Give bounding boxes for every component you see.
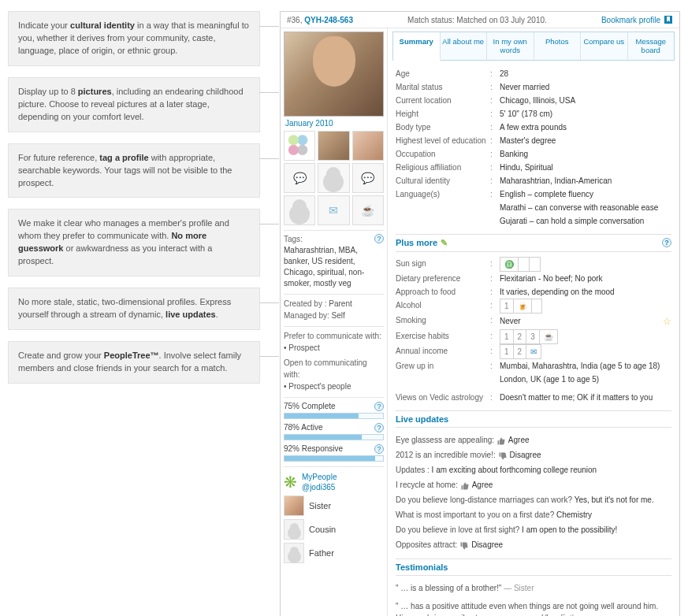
sunsign-label: Sun sign [396,257,490,272]
tab-all-about-me[interactable]: All about me [441,32,488,60]
thumb-2[interactable] [318,131,349,161]
testimonials-section: " … is a blessing of a brother!" — Siste… [396,582,671,616]
thumbs-up-icon [460,481,470,491]
main-photo[interactable] [284,32,384,117]
lu-question: What is most important to you on a first… [396,510,554,519]
summary-key: Current location [396,94,490,107]
summary-key: Body type [396,121,490,134]
relative-row[interactable]: Father [284,543,384,563]
profile-number: #36, [287,16,302,24]
alcohol-chips[interactable]: 1🍺 [500,299,542,314]
tags-label: Tags: [284,235,303,243]
help-icon[interactable]: ? [374,423,384,432]
lu-question: I recycle at home: [396,481,458,489]
avatar [284,543,304,563]
relative-label: Sister [309,501,331,510]
summary-value: Never married [500,80,671,94]
help-icon[interactable]: ? [374,234,384,243]
summary-section: Age:28Marital status:Never marriedCurren… [396,67,671,201]
exercise-chips[interactable]: 123☕ [500,329,558,344]
lu-answer: Agree [508,436,530,444]
summary-value: 28 [500,67,671,80]
help-icon[interactable]: ? [662,238,671,247]
thumb-1[interactable] [284,131,315,161]
tab-compare-us[interactable]: Compare us [581,32,628,60]
lu-question: Do you believe long-distance marriages c… [396,495,572,504]
income-label: Annual income [396,344,490,359]
summary-value: Chicago, Illinois, USA [500,94,671,107]
summary-value: English – complete fluency [500,187,671,201]
approach-value: It varies, depending on the mood [500,285,671,299]
live-update-row: Opposites attract: Disagree [396,537,671,552]
testimonial-text: " … is a blessing of a brother!" [396,584,501,592]
languages-extra: Marathi – can converse with reasonable e… [396,201,671,228]
meter-label: 92% Responsive [284,444,343,454]
thumb-4[interactable]: 💬 [284,163,315,193]
coffee-icon: ☕ [540,330,557,343]
managed-by-label: Managed by: [284,311,329,320]
callout: For future reference, tag a profile with… [8,143,260,199]
lu-question: Updates : [396,466,430,474]
tab-message-board[interactable]: Message board [628,32,675,60]
thumbs-down-icon [498,451,508,461]
mypeople-title: MyPeople [302,472,337,482]
lu-answer: I am open to the possibility! [522,525,617,534]
pencil-icon[interactable]: ✎ [441,238,448,247]
created-by-label: Created by : [284,299,326,308]
tree-icon: ❋ [284,473,297,492]
profile-code[interactable]: QYH-248-563 [304,16,353,24]
lu-answer: Agree [472,481,493,489]
meter: 75% Complete? [284,402,384,419]
chat-icon: 💬 [361,172,374,184]
sunsign-chips[interactable]: ♎ [500,257,541,272]
mypeople-block[interactable]: ❋ MyPeople @jodi365 [284,472,384,492]
mail-icon: ✉ [329,204,338,217]
thumb-3[interactable] [352,131,384,161]
tab-in-my-own-words[interactable]: In my own words [487,32,534,60]
thumb-5[interactable] [318,163,349,193]
summary-key: Language(s) [396,187,490,201]
lu-answer: Yes, but it's not for me. [575,495,654,504]
tab-summary[interactable]: Summary [393,32,441,61]
help-icon[interactable]: ? [374,402,384,411]
smoking-label: Smoking [396,314,490,329]
thumb-7[interactable] [284,195,315,225]
language-extra: Marathi – can converse with reasonable e… [500,201,671,214]
relative-row[interactable]: Cousin [284,519,384,540]
chat-icon: 💬 [293,172,307,184]
drink-icon: 🍺 [514,299,532,313]
diet-label: Dietary preference [396,272,490,285]
income-chips[interactable]: 12✉ [500,344,541,359]
relative-label: Cousin [309,525,336,534]
thumb-6[interactable]: 💬 [352,163,384,193]
thumb-8[interactable]: ✉ [318,195,349,225]
lu-answer: Chemistry [556,510,592,519]
summary-key: Cultural identity [396,174,490,187]
live-update-row: Do you believe long-distance marriages c… [396,492,671,507]
avatar [284,495,304,516]
bookmark-link[interactable]: Bookmark profile [601,15,673,24]
callout: No more stale, static, two-dimensional p… [8,288,260,330]
profile-topbar: #36, QYH-248-563 Match status: Matched o… [281,12,679,28]
created-by-value: Parent [329,299,351,308]
profile-tabs: SummaryAll about meIn my own wordsPhotos… [392,32,675,61]
lu-question: Eye glassess are appealing: [396,436,494,444]
thumb-9[interactable]: ☕ [352,195,384,225]
profile-sidebar: January 2010 💬 💬 ✉ ☕ Tags: ? [281,28,388,616]
star-icon[interactable]: ☆ [663,314,671,329]
testimonial-author: — Sister [504,584,534,592]
bookmark-icon [664,15,673,24]
live-update-row: Updates : I am exciting about forthcomin… [396,462,671,477]
match-status: Match status: Matched on 03 July 2010. [407,16,547,24]
live-update-row: 2012 is an incredible movie!: Disagree [396,447,671,462]
photo-caption: January 2010 [285,119,384,128]
managed-by-value: Self [332,311,345,320]
relative-row[interactable]: Sister [284,495,384,516]
tab-photos[interactable]: Photos [534,32,582,60]
profile-main: SummaryAll about meIn my own wordsPhotos… [388,28,679,616]
meter: 78% Active? [284,423,384,440]
lu-answer: Disagree [510,451,541,459]
live-update-row: Eye glassess are appealing: Agree [396,432,671,447]
help-icon[interactable]: ? [374,444,384,454]
summary-value: A few extra pounds [500,121,671,134]
